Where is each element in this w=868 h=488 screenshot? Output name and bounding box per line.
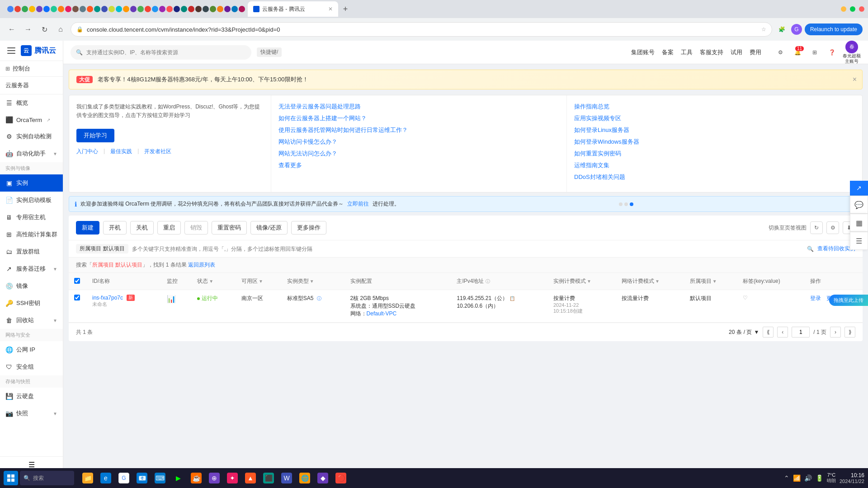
stop-instance-btn[interactable]: 关机 [130, 221, 154, 235]
drag-to-here-btn[interactable]: 拖拽至此上传 [829, 295, 863, 306]
user-profile-btn[interactable]: 春 春光超额主账号 [843, 41, 861, 64]
monitor-chart-icon[interactable]: 📊 [167, 295, 176, 303]
help-link-video[interactable]: 应用实操视频专区 [574, 114, 855, 122]
taskbar-app-9[interactable]: ✦ [224, 470, 241, 486]
vpc-link[interactable]: Default-VPC [367, 310, 397, 317]
instance-id[interactable]: ins-fxa7po7c [92, 295, 123, 301]
next-page-btn[interactable]: › [830, 327, 841, 338]
instance-search-input[interactable] [132, 246, 803, 252]
extensions-btn[interactable]: 🧩 [776, 23, 788, 36]
sidebar-item-recycle[interactable]: 🗑 回收站 ▼ [0, 312, 63, 329]
row-checkbox[interactable] [74, 295, 80, 300]
console-icon-btn[interactable]: ⊞ [808, 46, 821, 59]
float-qr-btn[interactable]: ▦ [850, 214, 868, 232]
search-magnify-icon[interactable]: 🔍 [807, 246, 814, 252]
reload-button[interactable]: ↻ [38, 23, 51, 36]
new-tab-button[interactable]: + [339, 3, 352, 15]
taskbar-file-explorer[interactable]: 📁 [80, 470, 96, 486]
zone-filter-icon[interactable]: ▼ [259, 279, 263, 284]
sidebar-item-hpc[interactable]: ⊞ 高性能计算集群 [0, 226, 63, 243]
taskbar-app-8[interactable]: ⊕ [206, 470, 222, 486]
taskbar-app-13[interactable]: 🌐 [297, 470, 313, 486]
public-ip-copy-icon[interactable]: 📋 [509, 296, 515, 301]
minimize-btn[interactable] [841, 6, 846, 12]
tab-close-btn[interactable]: ✕ [328, 6, 333, 12]
float-share-btn[interactable]: ↗ [850, 181, 868, 196]
sidebar-item-migration[interactable]: ↗ 服务器迁移 ▼ [0, 260, 63, 277]
select-all-checkbox[interactable] [74, 278, 80, 284]
project-filter-icon[interactable]: ▼ [712, 279, 717, 284]
restart-instance-btn[interactable]: 重启 [157, 221, 181, 235]
taskbar-vscode[interactable]: ⌨ [152, 470, 168, 486]
more-actions-btn[interactable]: 更多操作 [291, 221, 326, 235]
prev-page-btn[interactable]: ‹ [777, 327, 788, 338]
destroy-instance-btn[interactable]: 销毁 [184, 221, 208, 235]
sidebar-item-public-ip[interactable]: 🌐 公网 IP [0, 341, 63, 358]
help-link-windows-login[interactable]: 如何登录Windows服务器 [574, 138, 855, 146]
search-input[interactable] [86, 49, 246, 56]
refresh-icon-btn[interactable]: ↻ [810, 221, 823, 234]
sidebar-item-dedicated-host[interactable]: 🖥 专用宿主机 [0, 209, 63, 226]
help-link-4[interactable]: 网站访问卡慢怎么办？ [278, 138, 559, 146]
back-button[interactable]: ← [5, 23, 18, 36]
page-size-select[interactable]: 20 条 / 页 ▼ [729, 328, 759, 336]
home-button[interactable]: ⌂ [54, 23, 67, 36]
help-link-ops-guide[interactable]: 操作指南总览 [574, 103, 855, 111]
taskbar-search-box[interactable]: 🔍 搜索 [20, 471, 74, 485]
login-action-btn[interactable]: 登录 [810, 295, 821, 301]
taskbar-java[interactable]: ☕ [188, 470, 204, 486]
float-chat-btn[interactable]: 💬 [850, 196, 868, 214]
status-filter-icon[interactable]: ▼ [209, 279, 213, 284]
help-link-linux-login[interactable]: 如何登录Linux服务器 [574, 126, 855, 134]
float-menu-btn[interactable]: ☰ [850, 232, 868, 250]
taskbar-app-14[interactable]: ◆ [315, 470, 331, 486]
net-billing-filter-icon[interactable]: ▼ [655, 279, 660, 284]
instance-type-info-icon[interactable]: ⓘ [317, 296, 321, 301]
tag-heart-icon[interactable]: ♡ [743, 295, 748, 301]
taskbar-app-10[interactable]: ▲ [242, 470, 259, 486]
profile-btn[interactable]: G [791, 24, 802, 35]
nav-trial[interactable]: 试用 [731, 48, 742, 56]
type-filter-icon[interactable]: ▼ [310, 279, 314, 284]
sidebar-item-snapshot[interactable]: 📷 快照 ▼ [0, 405, 63, 422]
relaunch-update-button[interactable]: Relaunch to update [805, 23, 863, 35]
nav-recordal[interactable]: 备案 [662, 48, 674, 56]
notification-link[interactable]: 立即前往 [347, 200, 369, 208]
last-page-btn[interactable]: ⟫ [844, 327, 855, 338]
sidebar-item-overview[interactable]: ☰ 概览 [0, 94, 63, 112]
search-box[interactable]: 🔍 [71, 45, 251, 60]
settings-icon-btn[interactable]: ⚙ [774, 46, 787, 59]
learn-button[interactable]: 开始学习 [76, 129, 114, 142]
taskbar-app-11[interactable]: ⬛ [260, 470, 277, 486]
help-link-more[interactable]: 查看更多 [278, 161, 559, 169]
bookmark-icon[interactable]: ☆ [761, 26, 766, 33]
help-link-3[interactable]: 使用云服务器托管网站时如何进行日常运维工作？ [278, 126, 559, 134]
sidebar-item-auto-detect[interactable]: ⚙ 实例自动检测 [0, 128, 63, 145]
hamburger-menu[interactable] [5, 46, 17, 56]
migrate-btn[interactable]: 镜像/还原 [250, 221, 288, 235]
help-link-1[interactable]: 无法登录云服务器问题处理思路 [278, 103, 559, 111]
intro-center-link[interactable]: 入门中心 [76, 148, 98, 155]
notification-icon-btn[interactable]: 🔔 11 [791, 46, 804, 59]
nav-tools[interactable]: 工具 [681, 48, 693, 56]
nav-billing[interactable]: 费用 [750, 48, 761, 56]
help-link-2[interactable]: 如何在云服务器上搭建一个网站？ [278, 114, 559, 122]
active-browser-tab[interactable]: 云服务器 - 腾讯云 ✕ [248, 1, 338, 17]
billing-filter-icon[interactable]: ▼ [587, 279, 591, 284]
battery-icon[interactable]: 🔋 [816, 474, 823, 482]
page-number-input[interactable] [792, 327, 810, 338]
sidebar-item-instance[interactable]: ▣ 实例 [0, 174, 63, 192]
taskbar-edge[interactable]: e [98, 470, 114, 486]
sidebar-item-placement-group[interactable]: 🗂 置放群组 [0, 243, 63, 260]
help-link-5[interactable]: 网站无法访问怎么办？ [278, 150, 559, 158]
forward-button[interactable]: → [22, 23, 34, 36]
volume-icon[interactable]: 🔊 [804, 474, 812, 482]
help-link-ddos[interactable]: DDoS封堵相关问题 [574, 173, 855, 181]
help-icon-btn[interactable]: ❓ [826, 46, 838, 59]
sidebar-item-cloud-disk[interactable]: 💾 云硬盘 [0, 388, 63, 405]
nav-group-account[interactable]: 集团账号 [631, 48, 655, 56]
settings-cols-btn[interactable]: ⚙ [826, 221, 839, 234]
best-practice-link[interactable]: 最佳实践 [110, 148, 132, 155]
taskbar-chrome[interactable]: G [116, 470, 132, 486]
back-to-list-link[interactable]: 返回原列表 [188, 262, 215, 268]
